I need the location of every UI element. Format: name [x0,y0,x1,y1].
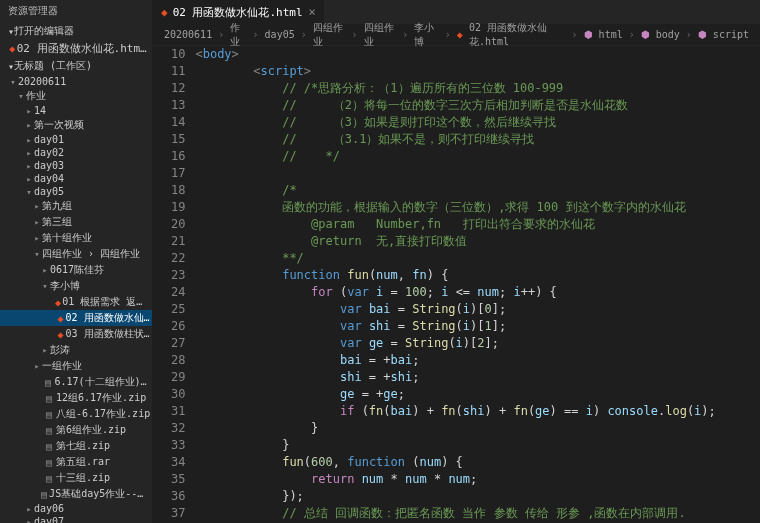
breadcrumb-item[interactable]: 作业 [230,21,246,49]
code-line[interactable]: // */ [195,148,760,165]
code-line[interactable]: for (var i = 100; i <= num; i++) { [195,284,760,301]
code-line[interactable]: // （3.1）如果不是，则不打印继续寻找 [195,131,760,148]
breadcrumb-sep: › [572,29,578,40]
file-item[interactable]: ◆01 根据需求 返回最大值和最... [0,294,152,310]
code-line[interactable]: 函数的功能，根据输入的数字（三位数）,求得 100 到这个数字内的水仙花 [195,199,760,216]
file-item[interactable]: ▤第七组.zip [0,438,152,454]
folder-item[interactable]: ▸第三组 [0,214,152,230]
folder-item[interactable]: ▸day03 [0,159,152,172]
workspace-section[interactable]: ▾ 无标题 (工作区) [0,57,152,75]
breadcrumb-item[interactable]: script [713,29,749,40]
tab-label: 02 用函数做水仙花.html [173,5,303,20]
file-item[interactable]: ▤6.17(十二组作业).7z [0,374,152,390]
folder-item[interactable]: ▸第九组 [0,198,152,214]
item-label: 第十组作业 [42,231,92,245]
item-label: 第三组 [42,215,72,229]
item-label: day04 [34,173,64,184]
html-icon: ◆ [55,329,65,340]
code-line[interactable]: @return 无,直接打印数值 [195,233,760,250]
file-item[interactable]: ▤第五组.rar [0,454,152,470]
code-line[interactable]: ge = +ge; [195,386,760,403]
chevron-icon: ▸ [40,345,50,355]
code-line[interactable]: // 总结 回调函数：把匿名函数 当作 参数 传给 形参 ,函数在内部调用. [195,505,760,522]
folder-item[interactable]: ▸彭涛 [0,342,152,358]
line-number: 24 [171,284,185,301]
line-number: 14 [171,114,185,131]
code-line[interactable]: } [195,420,760,437]
zip-icon: ▤ [42,441,56,452]
code-line[interactable]: var ge = String(i)[2]; [195,335,760,352]
file-item[interactable]: ▤八组-6.17作业.zip [0,406,152,422]
code-line[interactable]: fun(600, function (num) { [195,454,760,471]
breadcrumb-item[interactable]: 02 用函数做水仙花.html [469,21,566,49]
code-line[interactable]: @param Number,fn 打印出符合要求的水仙花 [195,216,760,233]
folder-item[interactable]: ▾李小博 [0,278,152,294]
folder-item[interactable]: ▸第一次视频 [0,117,152,133]
folder-item[interactable]: ▸day01 [0,133,152,146]
code-line[interactable]: // （2）将每一位的数字三次方后相加判断是否是水仙花数 [195,97,760,114]
code-line[interactable]: var shi = String(i)[1]; [195,318,760,335]
code-line[interactable]: // （3）如果是则打印这个数，然后继续寻找 [195,114,760,131]
breadcrumb-item[interactable]: body [656,29,680,40]
breadcrumb-sep: › [402,29,408,40]
line-number: 28 [171,352,185,369]
chevron-icon: ▸ [24,504,34,514]
folder-item[interactable]: ▸0617陈佳芬 [0,262,152,278]
code-line[interactable]: shi = +shi; [195,369,760,386]
folder-item[interactable]: ▸14 [0,104,152,117]
breadcrumb-item[interactable]: html [599,29,623,40]
folder-item[interactable]: ▸day06 [0,502,152,515]
folder-item[interactable]: ▾作业 [0,88,152,104]
folder-item[interactable]: ▸day04 [0,172,152,185]
chevron-icon: ▸ [24,517,34,524]
line-number: 37 [171,505,185,522]
code-line[interactable]: // /*思路分析：（1）遍历所有的三位数 100-999 [195,80,760,97]
code-line[interactable]: <body> [195,46,760,63]
folder-item[interactable]: ▾20200611 [0,75,152,88]
code-line[interactable] [195,165,760,182]
code-line[interactable]: } [195,437,760,454]
folder-item[interactable]: ▾四组作业 › 四组作业 [0,246,152,262]
code-content[interactable]: <body> <script> // /*思路分析：（1）遍历所有的三位数 10… [195,46,760,523]
line-number: 20 [171,216,185,233]
element-icon: ⬢ [698,29,707,40]
file-item[interactable]: ▤JS基础day5作业--第11组.zip [0,486,152,502]
code-line[interactable]: }); [195,488,760,505]
code-editor[interactable]: 1011121314151617181920212223242526272829… [153,46,760,523]
chevron-icon: ▸ [24,161,34,171]
line-number: 21 [171,233,185,250]
breadcrumb[interactable]: 20200611›作业›day05›四组作业›四组作业›李小博›◆ 02 用函数… [153,24,760,46]
breadcrumb-sep: › [686,29,692,40]
breadcrumb-item[interactable]: 四组作业 [313,21,346,49]
file-item[interactable]: ◆02 用函数做水仙花.html [0,310,152,326]
breadcrumb-item[interactable]: 20200611 [164,29,212,40]
code-line[interactable]: <script> [195,63,760,80]
folder-item[interactable]: ▸第十组作业 [0,230,152,246]
code-line[interactable]: /* [195,182,760,199]
code-line[interactable]: return num * num * num; [195,471,760,488]
file-item[interactable]: ▤第6组作业.zip [0,422,152,438]
file-item[interactable]: ◆03 用函数做柱状图.html [0,326,152,342]
file-item[interactable]: ▤12组6.17作业.zip [0,390,152,406]
folder-item[interactable]: ▸day07 [0,515,152,523]
open-editor-item[interactable]: ◆02 用函数做水仙花.html 作业\day05... [0,40,152,57]
code-line[interactable]: var bai = String(i)[0]; [195,301,760,318]
code-line[interactable]: function fun(num, fn) { [195,267,760,284]
chevron-icon: ▸ [24,148,34,158]
close-icon[interactable]: × [309,5,316,19]
line-number: 15 [171,131,185,148]
item-label: 第6组作业.zip [56,423,126,437]
folder-item[interactable]: ▸一组作业 [0,358,152,374]
chevron-icon: ▸ [32,361,42,371]
open-editors-section[interactable]: ▾ 打开的编辑器 [0,22,152,40]
line-number: 30 [171,386,185,403]
breadcrumb-item[interactable]: 四组作业 [364,21,397,49]
breadcrumb-item[interactable]: 李小博 [414,21,439,49]
file-item[interactable]: ▤十三组.zip [0,470,152,486]
folder-item[interactable]: ▾day05 [0,185,152,198]
folder-item[interactable]: ▸day02 [0,146,152,159]
code-line[interactable]: **/ [195,250,760,267]
code-line[interactable]: bai = +bai; [195,352,760,369]
breadcrumb-item[interactable]: day05 [265,29,295,40]
code-line[interactable]: if (fn(bai) + fn(shi) + fn(ge) == i) con… [195,403,760,420]
